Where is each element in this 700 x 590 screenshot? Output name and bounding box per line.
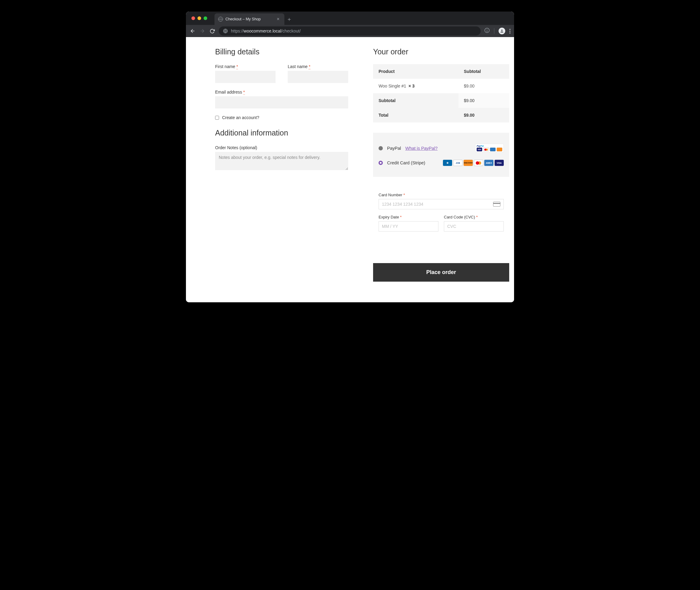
browser-window: Checkout – My Shop × ＋ https://woocommer… xyxy=(186,12,514,302)
paypal-logo-icon: PayPal VISA xyxy=(475,144,504,153)
cvc-input[interactable] xyxy=(447,224,500,229)
item-qty: × 3 xyxy=(409,84,415,88)
url-path: /checkout/ xyxy=(281,28,301,33)
discover-icon xyxy=(497,148,502,151)
amex-icon: AMEX xyxy=(484,160,493,166)
total-value: $9.00 xyxy=(459,108,509,122)
stripe-label: Credit Card (Stripe) xyxy=(387,161,425,165)
forward-button[interactable] xyxy=(199,28,205,34)
card-form: Card Number * Expiry Date * xyxy=(373,184,509,249)
stripe-radio[interactable] xyxy=(379,161,383,165)
card-number-label: Card Number * xyxy=(379,193,504,197)
email-field-wrap: Email address * xyxy=(215,90,348,108)
mastercard-icon xyxy=(483,148,489,151)
jcb-icon: JCB xyxy=(453,160,463,166)
tab-title: Checkout – My Shop xyxy=(225,17,273,21)
last-name-input[interactable] xyxy=(288,71,348,83)
profile-button[interactable] xyxy=(499,28,505,34)
window-controls xyxy=(191,12,207,25)
maximize-window-button[interactable] xyxy=(204,16,207,20)
page-content: Billing details First name * Last name *… xyxy=(186,37,514,302)
url-scheme: https:// xyxy=(231,28,244,33)
order-review-table: Product Subtotal Woo Single #1 × 3 $9.00 xyxy=(373,64,509,122)
new-tab-button[interactable]: ＋ xyxy=(284,13,294,25)
email-label: Email address * xyxy=(215,90,348,94)
total-label: Total xyxy=(373,108,459,122)
first-name-label: First name * xyxy=(215,64,276,69)
order-item-row: Woo Single #1 × 3 $9.00 xyxy=(373,79,509,93)
col-subtotal: Subtotal xyxy=(459,64,509,79)
place-order-button[interactable]: Place order xyxy=(373,263,509,282)
site-warning-icon[interactable] xyxy=(484,28,490,34)
browser-tab[interactable]: Checkout – My Shop × xyxy=(214,13,284,25)
billing-column: Billing details First name * Last name *… xyxy=(215,47,348,282)
item-subtotal: $9.00 xyxy=(459,79,509,93)
cvc-label: Card Code (CVC) * xyxy=(444,215,504,219)
globe-icon xyxy=(218,17,223,21)
site-info-icon[interactable] xyxy=(223,28,228,33)
col-product: Product xyxy=(373,64,459,79)
reload-button[interactable] xyxy=(209,28,215,34)
first-name-input[interactable] xyxy=(215,71,276,83)
subtotal-value: $9.00 xyxy=(459,93,509,108)
visa-icon: VISA xyxy=(477,148,482,151)
url-host: woocommerce.local xyxy=(244,28,281,33)
paypal-label: PayPal xyxy=(387,146,401,151)
address-bar[interactable]: https://woocommerce.local/checkout/ xyxy=(219,26,481,35)
toolbar-right xyxy=(484,28,510,34)
order-notes-input[interactable] xyxy=(215,152,348,170)
browser-menu-button[interactable] xyxy=(509,29,510,33)
create-account-checkbox[interactable] xyxy=(215,116,219,120)
close-window-button[interactable] xyxy=(191,16,195,20)
what-is-paypal-link[interactable]: What is PayPal? xyxy=(405,146,437,151)
last-name-field-wrap: Last name * xyxy=(288,64,348,83)
payment-method-paypal[interactable]: PayPal What is PayPal? PayPal VISA xyxy=(379,140,504,156)
minimize-window-button[interactable] xyxy=(197,16,201,20)
amex-icon xyxy=(490,148,496,151)
payment-methods: PayPal What is PayPal? PayPal VISA xyxy=(373,133,509,177)
paypal-radio[interactable] xyxy=(379,146,383,151)
visa-icon: VISA xyxy=(495,160,504,166)
accepted-cards: ◍ JCB DISCOVER AMEX VISA xyxy=(443,160,504,166)
card-icon xyxy=(493,202,500,207)
subtotal-label: Subtotal xyxy=(373,93,459,108)
browser-toolbar: https://woocommerce.local/checkout/ xyxy=(186,25,514,37)
billing-heading: Billing details xyxy=(215,47,348,56)
first-name-field-wrap: First name * xyxy=(215,64,276,83)
back-button[interactable] xyxy=(190,28,196,34)
expiry-label: Expiry Date * xyxy=(379,215,438,219)
email-input[interactable] xyxy=(215,96,348,108)
svg-point-7 xyxy=(501,29,503,31)
order-notes-label: Order Notes (optional) xyxy=(215,145,348,150)
card-number-input[interactable] xyxy=(382,202,493,207)
mastercard-icon xyxy=(474,160,483,166)
order-column: Your order Product Subtotal Woo Single #… xyxy=(373,47,509,282)
expiry-input[interactable] xyxy=(382,224,435,229)
order-heading: Your order xyxy=(373,47,509,56)
payment-method-stripe[interactable]: Credit Card (Stripe) ◍ JCB DISCOVER AMEX… xyxy=(379,156,504,170)
diners-icon: ◍ xyxy=(443,160,452,166)
create-account-label: Create an account? xyxy=(222,115,259,120)
create-account-row[interactable]: Create an account? xyxy=(215,115,348,120)
svg-point-6 xyxy=(487,31,487,31)
discover-icon: DISCOVER xyxy=(464,160,473,166)
separator xyxy=(494,28,494,34)
url-text: https://woocommerce.local/checkout/ xyxy=(231,28,301,33)
close-tab-button[interactable]: × xyxy=(276,16,281,22)
titlebar: Checkout – My Shop × ＋ xyxy=(186,12,514,25)
additional-heading: Additional information xyxy=(215,128,348,137)
order-notes-wrap: Order Notes (optional) xyxy=(215,145,348,170)
item-name: Woo Single #1 xyxy=(379,84,406,88)
last-name-label: Last name * xyxy=(288,64,348,69)
